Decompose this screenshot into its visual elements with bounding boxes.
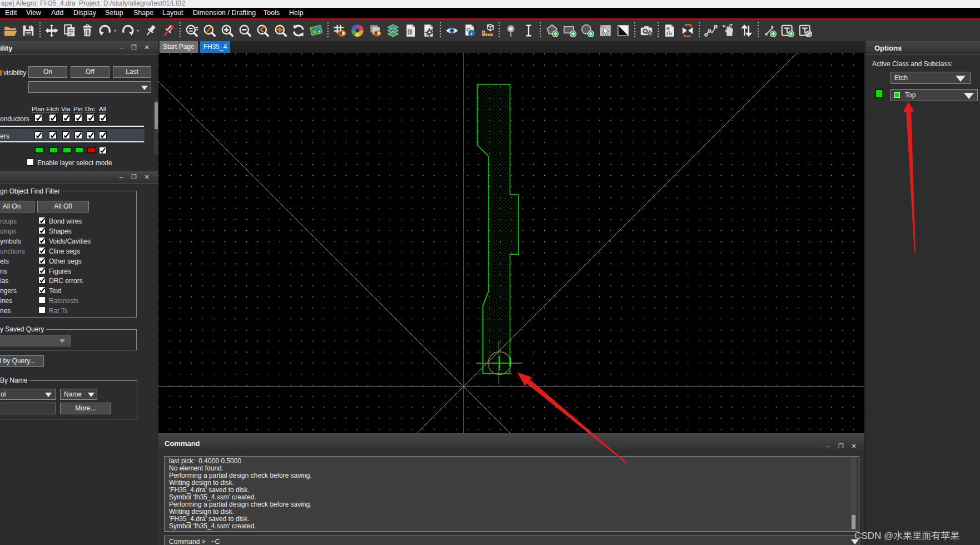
class-select[interactable]: Etch	[891, 72, 971, 84]
grid-toggle-icon[interactable]	[331, 22, 349, 39]
vertex-edit-icon[interactable]	[702, 22, 720, 39]
zoom-out-icon[interactable]	[236, 22, 254, 39]
name-filter-select[interactable]: Name	[60, 389, 97, 400]
zoom-previous-icon[interactable]	[254, 22, 272, 39]
layer-stack-icon[interactable]	[384, 22, 402, 39]
find-checkbox-drc-errors[interactable]	[38, 276, 46, 284]
layer-visibility-icon[interactable]	[366, 22, 384, 39]
layer-checkbox[interactable]	[62, 114, 70, 122]
add-text-icon[interactable]	[779, 22, 797, 39]
measure-3d-icon[interactable]	[479, 22, 496, 39]
move-hand-icon[interactable]	[720, 22, 738, 39]
move-mode-icon[interactable]	[43, 22, 61, 39]
layer-checkbox[interactable]	[49, 131, 57, 139]
invert-contrast-icon[interactable]	[614, 22, 632, 39]
find-checkbox-ratsnests[interactable]	[38, 296, 46, 304]
subclass-color-swatch[interactable]	[875, 89, 883, 98]
design-canvas[interactable]	[158, 53, 864, 433]
more-button[interactable]: More...	[60, 403, 111, 414]
zoom-center-icon[interactable]	[272, 22, 290, 39]
pin-icon[interactable]	[142, 22, 160, 39]
command-input[interactable]: Command > ~C	[164, 536, 859, 545]
add-circle-icon[interactable]	[579, 22, 596, 39]
edit-text-icon[interactable]	[797, 22, 814, 39]
undo-icon[interactable]	[96, 22, 114, 39]
layer-color-swatch[interactable]	[62, 147, 72, 153]
layer-col-plan[interactable]: Plan	[32, 106, 44, 112]
visibility-view-select[interactable]	[28, 81, 151, 93]
add-rectangle-icon[interactable]	[561, 22, 579, 39]
visibility-eye-icon[interactable]	[443, 22, 461, 39]
copy-mode-icon[interactable]	[61, 22, 78, 39]
find-checkbox-voids-cavities[interactable]	[38, 237, 46, 244]
find-by-query-button[interactable]: d by Query...	[0, 355, 44, 367]
float-icon[interactable]: ❐	[130, 173, 138, 181]
command-header[interactable]: Command – ❐ ✕	[158, 433, 864, 452]
select-window-icon[interactable]	[596, 22, 614, 39]
layer-checkbox[interactable]	[49, 114, 57, 122]
minimize-icon[interactable]: –	[824, 442, 832, 450]
layer-col-drc[interactable]: Drc	[85, 106, 95, 112]
visibility-panel-header[interactable]: ility – ❐ ✕	[0, 41, 158, 55]
visibility-on-button[interactable]: On	[28, 66, 67, 78]
menu-edit[interactable]: Edit	[5, 9, 17, 17]
layer-color-swatch[interactable]	[87, 147, 96, 153]
layer-col-pin[interactable]: Pin	[73, 106, 83, 112]
find-checkbox-text[interactable]	[38, 286, 46, 294]
open-design-icon[interactable]	[2, 22, 19, 39]
swap-mode-icon[interactable]	[738, 22, 755, 39]
layer-checkbox[interactable]	[99, 114, 107, 122]
saved-query-select[interactable]	[0, 335, 71, 346]
layer-checkbox[interactable]	[74, 114, 82, 122]
name-search-input[interactable]	[0, 403, 56, 414]
layer-checkbox[interactable]	[62, 131, 70, 139]
layer-color-swatch[interactable]	[34, 147, 44, 153]
layer-swatch-check[interactable]	[99, 147, 107, 154]
find-checkbox-other-segs[interactable]	[38, 257, 46, 264]
menu-setup[interactable]: Setup	[105, 9, 123, 17]
subclass-select[interactable]: Top	[891, 89, 978, 101]
save-design-icon[interactable]	[19, 22, 37, 39]
menu-view[interactable]: View	[26, 9, 41, 17]
zoom-points-icon[interactable]	[183, 22, 201, 39]
visibility-last-button[interactable]: Last	[113, 66, 151, 78]
find-checkbox-figures[interactable]	[38, 267, 46, 274]
menu-tools[interactable]: Tools	[263, 9, 280, 17]
float-icon[interactable]: ❐	[130, 43, 138, 51]
all-on-button[interactable]: All On	[0, 201, 34, 212]
report-chart-icon[interactable]	[661, 22, 679, 39]
board-view-icon[interactable]	[307, 22, 325, 39]
cross-section-icon[interactable]	[679, 22, 697, 39]
layer-checkbox[interactable]	[34, 114, 42, 122]
info-report-icon[interactable]: i	[461, 22, 479, 39]
add-polygon-icon[interactable]	[543, 22, 561, 39]
minimize-icon[interactable]: –	[117, 173, 125, 181]
color-dialog-icon[interactable]	[349, 22, 366, 39]
menu-shape[interactable]: Shape	[133, 9, 153, 17]
layer-col-via[interactable]: Via	[61, 106, 70, 112]
delete-mode-icon[interactable]	[78, 22, 96, 39]
float-icon[interactable]: ❐	[837, 442, 845, 450]
all-off-button[interactable]: All Off	[37, 201, 89, 212]
find-checkbox-bond-wires[interactable]	[38, 217, 46, 224]
dropdown-caret-icon[interactable]: ▾	[137, 22, 142, 39]
add-line-icon[interactable]	[761, 22, 779, 39]
layer-color-swatch[interactable]	[74, 147, 84, 153]
redo-icon[interactable]	[119, 22, 137, 39]
zoom-in-icon[interactable]	[218, 22, 236, 39]
layer-col-all[interactable]: All	[99, 106, 106, 112]
visibility-scrollbar-thumb[interactable]	[155, 102, 158, 129]
command-console[interactable]: last pick: 0.4000 0.5000No element found…	[164, 456, 859, 532]
visibility-scrollbar[interactable]	[154, 100, 158, 155]
visibility-off-button[interactable]: Off	[71, 66, 110, 78]
close-icon[interactable]: ✕	[850, 442, 858, 450]
close-icon[interactable]: ✕	[143, 173, 151, 181]
layer-checkbox[interactable]	[74, 131, 82, 139]
enable-layer-select-checkbox[interactable]	[27, 158, 34, 166]
menu-add[interactable]: Add	[51, 9, 63, 17]
command-scrollbar-thumb[interactable]	[852, 515, 855, 529]
zoom-fit-icon[interactable]	[201, 22, 218, 39]
property-edit-icon[interactable]	[420, 22, 437, 39]
name-type-select[interactable]: ol	[0, 389, 56, 400]
pin-add-icon[interactable]	[502, 22, 520, 39]
